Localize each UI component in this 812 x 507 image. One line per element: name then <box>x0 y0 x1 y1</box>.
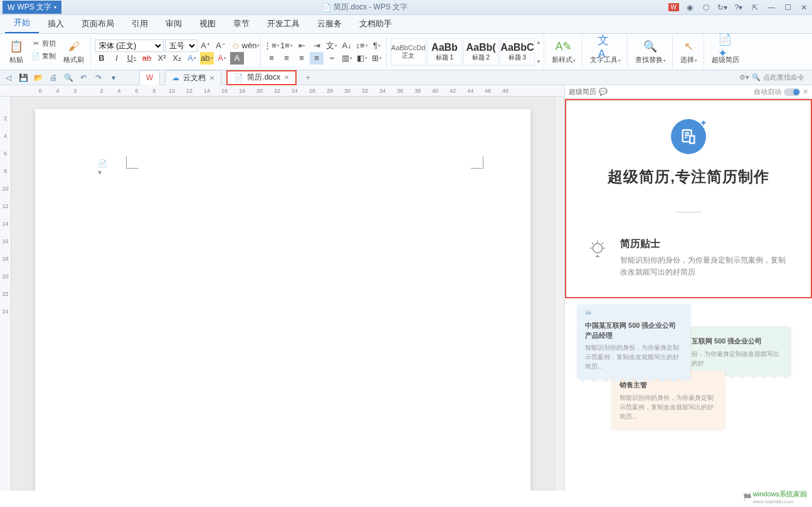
save-button[interactable]: 💾 <box>18 72 29 83</box>
font-color-button[interactable]: A▾ <box>215 52 229 65</box>
shading-button[interactable]: ◧▾ <box>355 52 369 65</box>
app-menu[interactable]: W WPS 文字 ▾ <box>3 1 61 14</box>
brush-icon: 🖌 <box>66 39 82 54</box>
decrease-indent-button[interactable]: ⇤ <box>295 39 308 52</box>
command-search[interactable]: ⚙▾ 🔍 点此查找命令 <box>739 73 809 82</box>
style-scroll[interactable]: ▲▼ <box>536 38 541 66</box>
paste-label: 粘贴 <box>9 55 23 65</box>
document-tab[interactable]: 📄 简历.docx ✕ <box>226 70 297 85</box>
home-tab[interactable]: W <box>139 70 160 85</box>
increase-font-button[interactable]: A⁺ <box>199 39 213 52</box>
print-preview-button[interactable]: 🔍 <box>63 72 74 83</box>
close-sidebar-button[interactable]: ✕ <box>803 88 808 96</box>
text-tools-button[interactable]: 文A文字工具▾ <box>586 38 625 66</box>
horizontal-ruler[interactable]: 6 4 2 2 4 6 8 10 12 14 16 18 20 22 24 26… <box>0 85 564 97</box>
sync-icon[interactable]: ↻▾ <box>717 2 728 13</box>
align-right-button[interactable]: ≡ <box>295 52 308 65</box>
help-icon[interactable]: ?▾ <box>733 2 744 13</box>
vertical-scrollbar[interactable] <box>554 97 564 491</box>
bold-button[interactable]: B <box>95 52 108 65</box>
minimize-button[interactable]: — <box>766 2 777 13</box>
style-heading1[interactable]: AaBb标题 1 <box>427 38 462 66</box>
menubar: 开始 插入 页面布局 引用 审阅 视图 章节 开发工具 云服务 文档助手 <box>0 15 812 34</box>
new-style-button[interactable]: A✎新样式▾ <box>548 38 579 66</box>
underline-button[interactable]: U▾ <box>125 52 139 65</box>
page-options-icon[interactable]: 📄▾ <box>98 159 107 168</box>
toggle-switch[interactable] <box>784 88 800 96</box>
close-icon[interactable]: ✕ <box>284 74 289 81</box>
style-heading3[interactable]: AaBbC标题 3 <box>500 38 535 66</box>
menu-insert[interactable]: 插入 <box>39 14 73 33</box>
copy-button[interactable]: 📄复制 <box>29 50 58 62</box>
bullets-button[interactable]: ⋮≡▾ <box>265 39 278 52</box>
subscript-button[interactable]: X₂ <box>170 52 184 65</box>
menu-cloud[interactable]: 云服务 <box>308 14 351 33</box>
card-body: 份，为你量身定制改改就能写出的好 <box>692 349 783 368</box>
menu-dev-tools[interactable]: 开发工具 <box>258 14 308 33</box>
format-painter-button[interactable]: 🖌 格式刷 <box>60 38 88 66</box>
distribute-button[interactable]: ⫟ <box>325 52 339 65</box>
justify-button[interactable]: ≡ <box>310 52 324 65</box>
menu-section[interactable]: 章节 <box>224 14 258 33</box>
menu-doc-assistant[interactable]: 文档助手 <box>351 14 401 33</box>
line-spacing-button[interactable]: ↕≡▾ <box>355 39 369 52</box>
style-body[interactable]: AaBbCcDd正文 <box>391 38 426 66</box>
undo-button[interactable]: ↶ <box>78 72 89 83</box>
nav-back-button[interactable]: ◁ <box>3 72 14 83</box>
open-button[interactable]: 📂 <box>33 72 44 83</box>
font-size-select[interactable]: 五号 <box>165 39 198 52</box>
example-card[interactable]: ❝ 中国某互联网 500 强企业公司 产品经理 智能识别你的身份，为你量身定制示… <box>577 305 690 379</box>
select-button[interactable]: ↖选择▾ <box>677 38 701 66</box>
notification-badge[interactable]: W <box>668 3 679 11</box>
maximize-button[interactable]: ☐ <box>782 2 793 13</box>
find-replace-button[interactable]: 🔍查找替换▾ <box>631 38 670 66</box>
new-tab-button[interactable]: + <box>302 71 314 84</box>
font-family-select[interactable]: 宋体 (正文) <box>95 39 164 52</box>
text-direction-button[interactable]: 文▾ <box>325 39 339 52</box>
redo-button[interactable]: ↷ <box>93 72 104 83</box>
strikethrough-button[interactable]: ab <box>140 52 154 65</box>
close-button[interactable]: ✕ <box>798 2 809 13</box>
menu-references[interactable]: 引用 <box>123 14 157 33</box>
hex-icon[interactable]: ⬡ <box>700 2 712 13</box>
phonetic-button[interactable]: wén▾ <box>244 39 258 52</box>
menu-start[interactable]: 开始 <box>5 13 39 33</box>
find-icon: 🔍 <box>643 39 658 54</box>
auto-start-toggle[interactable]: 自动启动 ✕ <box>754 87 808 97</box>
font-color-outline-button[interactable]: A▾ <box>185 52 199 65</box>
superscript-button[interactable]: X² <box>155 52 169 65</box>
page-canvas[interactable]: 📄▾ <box>11 97 554 491</box>
paste-button[interactable]: 📋 粘贴 <box>5 38 28 66</box>
menu-view[interactable]: 视图 <box>191 14 224 33</box>
columns-button[interactable]: ▥▾ <box>340 52 354 65</box>
qab-dropdown[interactable]: ▾ <box>108 72 119 83</box>
globe-icon[interactable]: ◉ <box>684 2 695 13</box>
example-card[interactable]: 互联网 500 强企业公司 份，为你量身定制改改就能写出的好 <box>684 327 791 375</box>
menu-review[interactable]: 审阅 <box>157 14 191 33</box>
increase-indent-button[interactable]: ⇥ <box>310 39 324 52</box>
borders-button[interactable]: ⊞▾ <box>370 52 384 65</box>
chat-icon[interactable]: 💬 <box>599 88 608 96</box>
decrease-font-button[interactable]: A⁻ <box>214 39 228 52</box>
menu-page-layout[interactable]: 页面布局 <box>73 14 123 33</box>
char-shading-button[interactable]: A <box>230 52 244 65</box>
highlight-button[interactable]: ab▾ <box>200 52 214 65</box>
restore-up-icon[interactable]: ⇱ <box>749 2 761 13</box>
print-button[interactable]: 🖨 <box>48 72 59 83</box>
vertical-ruler[interactable]: 2 4 6 8 10 12 14 16 18 20 22 24 <box>0 97 11 491</box>
show-marks-button[interactable]: ¶▾ <box>370 39 384 52</box>
cloud-docs-tab[interactable]: ☁ 云文档 ✕ <box>165 70 221 85</box>
document-page[interactable]: 📄▾ <box>35 109 530 491</box>
numbering-button[interactable]: 1≡▾ <box>280 39 293 52</box>
sort-button[interactable]: A↓ <box>340 39 354 52</box>
italic-button[interactable]: I <box>110 52 124 65</box>
ruler-tick: 4 <box>110 88 128 94</box>
align-left-button[interactable]: ≡ <box>265 52 278 65</box>
super-resume-button[interactable]: 📄✦超级简历 <box>708 38 743 66</box>
align-center-button[interactable]: ≡ <box>280 52 293 65</box>
style-heading2[interactable]: AaBb(标题 2 <box>463 38 498 66</box>
clear-format-button[interactable]: ◇ <box>229 39 243 52</box>
doc-body: 2 4 6 8 10 12 14 16 18 20 22 24 📄▾ <box>0 97 564 491</box>
close-icon[interactable]: ✕ <box>209 75 214 81</box>
cut-button[interactable]: ✂剪切 <box>29 38 58 50</box>
